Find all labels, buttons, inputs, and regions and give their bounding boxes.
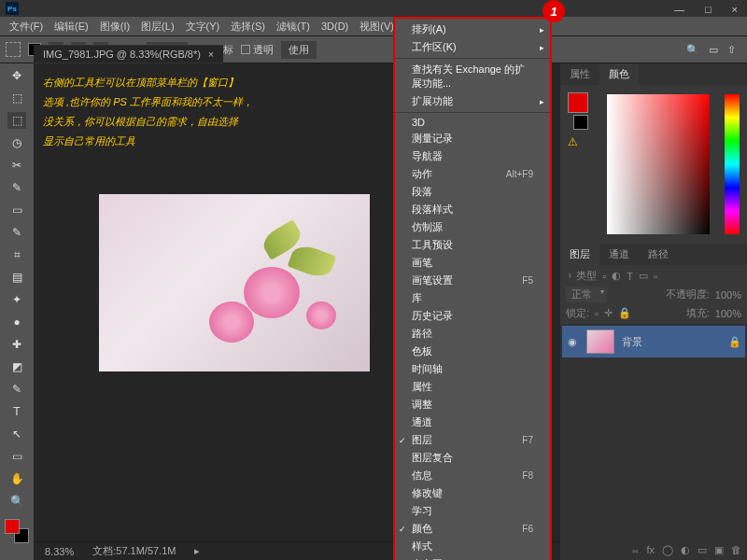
zoom-tool[interactable]: 🔍 (7, 493, 26, 510)
type-tool[interactable]: T (7, 403, 26, 420)
move-tool[interactable]: ✥ (7, 67, 26, 84)
menu-item[interactable]: 排列(A) (395, 21, 550, 38)
color-field[interactable] (607, 94, 710, 234)
brush-tool[interactable]: ⌗ (7, 246, 26, 263)
clone-tool[interactable]: ▤ (7, 269, 26, 286)
layer-name[interactable]: 背景 (622, 335, 642, 349)
menu-item[interactable]: 仿制源 (395, 218, 550, 236)
new-group-icon[interactable]: ▭ (698, 544, 707, 556)
color-fg-swatch[interactable] (568, 92, 588, 113)
menu-layer[interactable]: 图层(L) (135, 18, 179, 35)
delete-layer-icon[interactable]: 🗑 (731, 544, 741, 555)
layer-filter[interactable]: ♀ 类型 (566, 269, 597, 283)
hue-slider[interactable] (725, 94, 740, 234)
menu-item[interactable]: 时间轴 (395, 360, 550, 378)
layer-thumbnail[interactable] (586, 329, 614, 354)
gradient-tool[interactable]: ✚ (7, 336, 26, 353)
menu-item[interactable]: 测量记录 (395, 130, 550, 147)
menu-item[interactable]: 图层复合 (395, 449, 550, 467)
menu-item[interactable]: 学习 (395, 502, 550, 520)
blur-tool[interactable]: ◩ (7, 358, 26, 375)
menu-item[interactable]: 修改键 (395, 484, 550, 502)
blend-mode-select[interactable]: 正常 (566, 287, 607, 302)
menu-item[interactable]: 动作Alt+F9 (395, 165, 550, 183)
filter-type-icon[interactable]: T (627, 271, 633, 282)
path-select-tool[interactable]: ↖ (7, 426, 26, 442)
layer-fx-icon[interactable]: fx (646, 544, 655, 555)
menu-type[interactable]: 文字(Y) (180, 18, 226, 35)
use-button[interactable]: 使用 (281, 41, 317, 59)
layer-row[interactable]: ◉ 背景 🔒 (562, 326, 745, 357)
menu-image[interactable]: 图像(I) (94, 18, 135, 35)
crop-tool[interactable]: ✂ (7, 157, 26, 174)
lock-pixels-icon[interactable]: ▫ (595, 308, 599, 319)
doc-info[interactable]: 文档:57.1M/57.1M (92, 544, 176, 558)
menu-item[interactable]: 历史记录 (395, 307, 550, 325)
fg-bg-colors[interactable] (5, 519, 29, 543)
lock-all-icon[interactable]: 🔒 (618, 307, 631, 319)
filter-smart-icon[interactable]: ▫ (654, 271, 657, 282)
window-close-icon[interactable]: × (726, 2, 743, 17)
chevron-right-icon[interactable]: ▸ (194, 545, 200, 557)
menu-item[interactable]: 路径 (395, 325, 550, 343)
lasso-tool[interactable]: ⬚ (7, 112, 26, 129)
zoom-level[interactable]: 8.33% (45, 546, 74, 557)
share-icon[interactable]: ⇧ (727, 44, 736, 56)
menu-item[interactable]: 画笔 (395, 254, 550, 272)
window-max-icon[interactable]: □ (699, 2, 717, 17)
layer-mask-icon[interactable]: ◯ (662, 544, 673, 556)
menu-file[interactable]: 文件(F) (4, 18, 49, 35)
menu-item[interactable]: 工作区(K) (395, 38, 550, 56)
filter-image-icon[interactable]: ▫ (602, 271, 606, 282)
workspace-icon[interactable]: ▭ (709, 44, 718, 56)
menu-item[interactable]: 工具预设 (395, 236, 550, 254)
tool-preset-icon[interactable] (6, 42, 21, 57)
opacity-value[interactable]: 100% (715, 289, 741, 301)
frame-tool[interactable]: ▭ (7, 202, 26, 218)
window-min-icon[interactable]: — (669, 2, 690, 17)
menu-item[interactable]: 查找有关 Exchange 的扩展功能... (395, 61, 550, 92)
menu-item[interactable]: 属性 (395, 378, 550, 396)
tab-color[interactable]: 颜色 (599, 63, 639, 85)
menu-item[interactable]: 调整 (395, 396, 550, 413)
tab-layers[interactable]: 图层 (560, 244, 599, 265)
magic-wand-tool[interactable]: ◷ (7, 134, 26, 151)
search-icon[interactable]: 🔍 (686, 44, 699, 56)
shape-tool[interactable]: ▭ (7, 448, 26, 465)
link-layers-icon[interactable]: ⨝ (632, 544, 639, 555)
hand-tool[interactable]: ✋ (7, 470, 26, 487)
new-fill-icon[interactable]: ◐ (681, 544, 690, 556)
document-tab[interactable]: IMG_7981.JPG @ 8.33%(RGB/8*) × (34, 46, 223, 63)
new-layer-icon[interactable]: ▣ (714, 544, 724, 556)
transparent-checkbox[interactable] (241, 45, 250, 54)
visibility-icon[interactable]: ◉ (566, 336, 579, 348)
menu-filter[interactable]: 滤镜(T) (271, 18, 316, 35)
heal-tool[interactable]: ✎ (7, 224, 26, 241)
menu-select[interactable]: 选择(S) (225, 18, 271, 35)
document-image[interactable] (99, 194, 370, 371)
menu-item[interactable]: 色板 (395, 343, 550, 360)
tab-properties[interactable]: 属性 (560, 63, 599, 85)
pen-tool[interactable]: ✎ (7, 381, 26, 398)
tab-paths[interactable]: 路径 (639, 244, 678, 265)
menu-item[interactable]: 3D (395, 115, 550, 130)
menu-item[interactable]: 画笔设置F5 (395, 272, 550, 289)
menu-item[interactable]: 通道 (395, 413, 550, 431)
marquee-tool[interactable]: ⬚ (7, 90, 26, 106)
menu-item[interactable]: ✓颜色F6 (395, 520, 550, 538)
history-brush-tool[interactable]: ✦ (7, 291, 26, 308)
lock-position-icon[interactable]: ✛ (604, 307, 613, 319)
filter-shape-icon[interactable]: ▭ (639, 270, 648, 282)
close-tab-icon[interactable]: × (208, 49, 214, 60)
menu-item[interactable]: 样式 (395, 538, 550, 555)
menu-edit[interactable]: 编辑(E) (49, 18, 94, 35)
filter-adj-icon[interactable]: ◐ (612, 270, 621, 282)
menu-item[interactable]: ✓图层F7 (395, 431, 550, 449)
menu-item[interactable]: 段落 (395, 183, 550, 201)
color-bg-swatch[interactable] (573, 115, 588, 130)
menu-item[interactable]: 信息F8 (395, 467, 550, 484)
menu-item[interactable]: 扩展功能 (395, 92, 550, 110)
menu-item[interactable]: 导航器 (395, 147, 550, 165)
tab-channels[interactable]: 通道 (599, 244, 639, 265)
menu-item[interactable]: 库 (395, 289, 550, 307)
